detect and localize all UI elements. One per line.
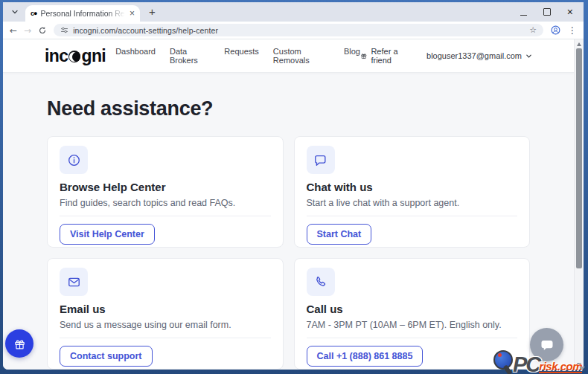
incogni-logo[interactable]: incgni	[45, 46, 106, 66]
icon-tile	[60, 268, 88, 296]
browser-tab[interactable]: c● Personal Information Removal S ×	[25, 5, 140, 22]
window-controls: ×	[520, 5, 578, 19]
nav-dashboard[interactable]: Dashboard	[115, 47, 156, 65]
divider	[60, 338, 271, 338]
new-tab-button[interactable]: +	[149, 7, 156, 17]
account-email: bloguser1337@gmail.com	[426, 51, 522, 60]
card-title: Browse Help Center	[60, 181, 271, 193]
icon-tile	[60, 146, 88, 174]
logo-text-pre: inc	[45, 46, 68, 66]
rewards-fab-button[interactable]	[5, 329, 33, 358]
card-title: Call us	[307, 303, 518, 315]
card-description: Find guides, search topics and read FAQs…	[60, 198, 271, 208]
card-description: 7AM - 3PM PT (10AM – 6PM ET). English on…	[307, 320, 518, 330]
back-button[interactable]: ←	[10, 26, 17, 35]
address-bar[interactable]: incogni.com/account-settings/help-center…	[54, 24, 543, 36]
card-title: Email us	[60, 303, 271, 315]
gift-icon	[13, 338, 26, 350]
reload-button[interactable]	[38, 26, 47, 35]
screenshot-stage: c● Personal Information Removal S × + × …	[0, 0, 588, 374]
nav-data-brokers[interactable]: Data Brokers	[170, 47, 210, 65]
tab-title: Personal Information Removal S	[40, 9, 127, 18]
mail-icon	[67, 275, 81, 289]
refer-label: Refer a friend	[371, 47, 410, 65]
card-call-us: Call us 7AM - 3PM PT (10AM – 6PM ET). En…	[294, 258, 531, 370]
browser-toolbar: ← → incogni.com/account-settings/help-ce…	[3, 22, 584, 39]
bookmark-star-icon[interactable]: ☆	[529, 25, 537, 35]
chevron-down-icon	[525, 53, 532, 59]
maximize-button[interactable]	[543, 5, 551, 19]
minimize-button[interactable]	[520, 5, 527, 19]
page-viewport: incgni Dashboard Data Brokers Requests C…	[3, 39, 584, 370]
minimize-icon	[520, 15, 527, 16]
divider	[307, 216, 518, 216]
extension-icon[interactable]	[550, 25, 561, 36]
tab-close-button[interactable]: ×	[130, 10, 135, 17]
tab-strip: c● Personal Information Removal S × + ×	[3, 2, 584, 22]
live-chat-widget-button[interactable]	[530, 328, 563, 361]
refer-a-friend-link[interactable]: Refer a friend	[360, 47, 410, 65]
scrollbar-down-arrow[interactable]	[577, 363, 581, 367]
page-content: incgni Dashboard Data Brokers Requests C…	[3, 39, 574, 370]
browser-window: c● Personal Information Removal S × + × …	[3, 2, 584, 370]
call-phone-button[interactable]: Call +1 (888) 861 8885	[307, 346, 424, 367]
start-chat-button[interactable]: Start Chat	[307, 224, 372, 245]
main-area: Need assistance? Browse Help Center Find…	[3, 97, 574, 370]
nav-custom-removals[interactable]: Custom Removals	[273, 47, 330, 65]
divider	[307, 338, 518, 338]
browser-menu-button[interactable]: ⋮	[568, 25, 577, 36]
maximize-icon	[543, 8, 551, 16]
logo-o-icon	[68, 51, 80, 62]
chat-bubble-icon	[539, 337, 555, 353]
divider	[60, 216, 271, 216]
nav-requests[interactable]: Requests	[224, 47, 258, 65]
card-chat-with-us: Chat with us Start a live chat with a su…	[294, 136, 531, 248]
page-title: Need assistance?	[47, 97, 530, 120]
forward-button[interactable]: →	[24, 26, 31, 35]
tab-search-button[interactable]	[7, 4, 22, 19]
scrollbar-thumb[interactable]	[576, 48, 582, 268]
help-cards-grid: Browse Help Center Find guides, search t…	[47, 136, 530, 370]
header-right: Refer a friend bloguser1337@gmail.com	[360, 47, 532, 65]
card-title: Chat with us	[307, 181, 518, 193]
logo-text-post: gni	[81, 46, 106, 66]
info-icon	[67, 153, 81, 167]
account-menu[interactable]: bloguser1337@gmail.com	[426, 51, 532, 60]
card-description: Send us a message using our email form.	[60, 320, 271, 330]
card-email-us: Email us Send us a message using our ema…	[47, 258, 284, 370]
incogni-favicon-icon: c●	[31, 10, 36, 17]
main-nav: Dashboard Data Brokers Requests Custom R…	[115, 47, 360, 65]
card-browse-help-center: Browse Help Center Find guides, search t…	[47, 136, 284, 248]
chevron-down-icon	[11, 8, 19, 16]
visit-help-center-button[interactable]: Visit Help Center	[60, 224, 155, 245]
scrollbar[interactable]	[574, 39, 584, 370]
site-header: incgni Dashboard Data Brokers Requests C…	[3, 39, 574, 73]
close-window-button[interactable]: ×	[567, 7, 573, 16]
phone-icon	[313, 275, 327, 289]
site-settings-icon[interactable]	[60, 26, 68, 34]
gift-icon	[360, 51, 367, 60]
chat-bubble-icon	[313, 153, 327, 167]
icon-tile	[307, 268, 335, 296]
contact-support-button[interactable]: Contact support	[60, 346, 153, 367]
icon-tile	[307, 146, 335, 174]
card-description: Start a live chat with a support agent.	[307, 198, 518, 208]
nav-blog[interactable]: Blog	[344, 47, 360, 65]
url-text[interactable]: incogni.com/account-settings/help-center	[73, 26, 525, 35]
scrollbar-up-arrow[interactable]	[577, 42, 581, 46]
